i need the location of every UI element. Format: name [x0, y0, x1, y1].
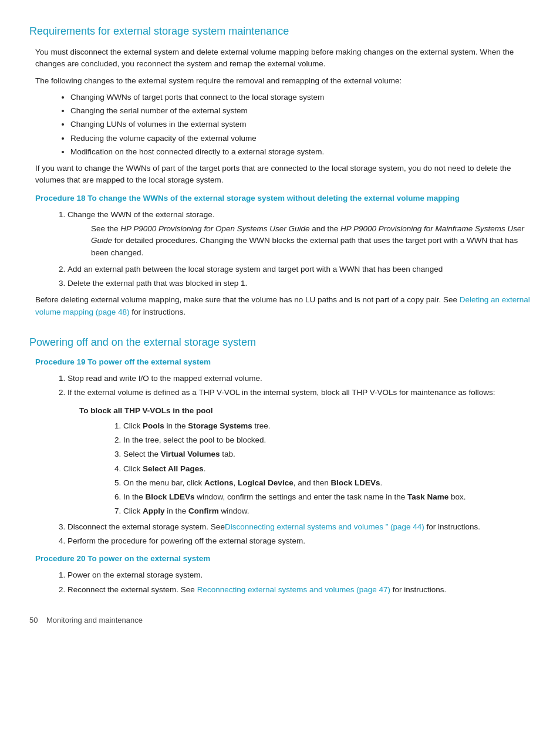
proc19-step2: If the external volume is defined as a T… [68, 387, 531, 517]
section1-body-p2: The following changes to the external sy… [35, 75, 531, 87]
proc18-step1: Change the WWN of the external storage. … [68, 209, 531, 259]
proc20-steps: Power on the external storage system. Re… [68, 569, 531, 596]
proc18-steps: Change the WWN of the external storage. … [68, 209, 531, 290]
proc18-step3: Delete the external path that was blocke… [68, 278, 531, 289]
footer-text: Monitoring and maintenance [46, 616, 143, 625]
proc18-step1-sub: See the HP P9000 Provisioning for Open S… [91, 223, 531, 259]
proc18-title: Procedure 18 To change the WWNs of the e… [35, 193, 531, 204]
section1-body-p3: If you want to change the WWNs of part o… [35, 163, 531, 187]
sub-procedure-title: To block all THP V-VOLs in the pool [79, 405, 531, 417]
sub-step-3: Select the Virtual Volumes tab. [123, 448, 531, 460]
section1-bullet-list: Changing WWNs of target ports that conne… [70, 92, 531, 158]
proc20-title: Procedure 20 To power on the external sy… [35, 553, 531, 565]
proc19-step1: Stop read and write I/O to the mapped ex… [68, 373, 531, 384]
sub-steps-list: Click Pools in the Storage Systems tree.… [123, 420, 531, 518]
bullet-item-3: Changing LUNs of volumes in the external… [70, 119, 531, 130]
page-number: 50 [29, 616, 38, 625]
bullet-item-4: Reducing the volume capacity of the exte… [70, 133, 531, 144]
bullet-item-5: Modification on the host connected direc… [70, 146, 531, 158]
proc18-step2: Add an external path between the local s… [68, 264, 531, 275]
section1-body-p1: You must disconnect the external system … [35, 46, 531, 70]
proc19-step4: Perform the procedure for powering off t… [68, 535, 531, 547]
proc19-step3: Disconnect the external storage system. … [68, 521, 531, 533]
sub-step-4: Click Select All Pages. [123, 463, 531, 475]
bullet-item-2: Changing the serial number of the extern… [70, 105, 531, 117]
bullet-item-1: Changing WWNs of target ports that conne… [70, 92, 531, 103]
proc20-step2-link[interactable]: Reconnecting external systems and volume… [197, 585, 390, 594]
proc20-step2: Reconnect the external system. See Recon… [68, 584, 531, 596]
section2-title: Powering off and on the external storage… [29, 335, 531, 350]
sub-step-2: In the tree, select the pool to be block… [123, 434, 531, 446]
proc20-step1: Power on the external storage system. [68, 569, 531, 581]
proc19-title: Procedure 19 To power off the external s… [35, 356, 531, 368]
proc18-footer: Before deleting external volume mapping,… [35, 294, 531, 318]
sub-step-6: In the Block LDEVs window, confirm the s… [123, 491, 531, 503]
proc19-step3-link[interactable]: Disconnecting external systems and volum… [225, 522, 424, 531]
sub-step-1: Click Pools in the Storage Systems tree. [123, 420, 531, 432]
sub-step-5: On the menu bar, click Actions, Logical … [123, 477, 531, 489]
proc19-steps: Stop read and write I/O to the mapped ex… [68, 373, 531, 547]
sub-step-7: Click Apply in the Confirm window. [123, 505, 531, 517]
section1-title: Requirements for external storage system… [29, 23, 531, 39]
footer: 50 Monitoring and maintenance [29, 615, 531, 626]
